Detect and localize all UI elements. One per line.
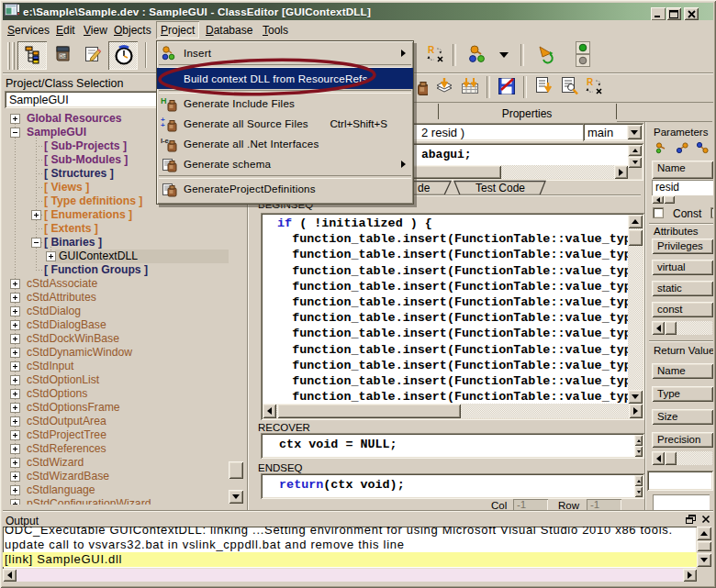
toolbar-separator[interactable] bbox=[521, 76, 529, 98]
tree-item[interactable]: GUIContextDLL bbox=[5, 250, 229, 263]
tree-expand-box[interactable] bbox=[10, 334, 20, 344]
return-value-button[interactable]: Name bbox=[652, 363, 713, 379]
output-vertical-scrollbar[interactable] bbox=[697, 527, 711, 569]
return-value-hscrollbar[interactable] bbox=[652, 451, 712, 465]
menubar-item[interactable]: Database bbox=[201, 21, 257, 39]
menu-item[interactable]: I-e Generate all .Net Interfaces bbox=[157, 134, 413, 154]
scroll-down-button[interactable] bbox=[229, 490, 243, 504]
tab-properties[interactable]: Properties bbox=[438, 107, 616, 120]
menubar-item[interactable]: Services bbox=[3, 21, 54, 39]
scroll-right-button[interactable] bbox=[629, 404, 643, 418]
tree-item[interactable]: cStdDialog bbox=[5, 305, 229, 318]
document-review-icon[interactable] bbox=[558, 76, 580, 98]
const2-checkbox[interactable] bbox=[710, 207, 716, 218]
scroll-up-button[interactable] bbox=[697, 527, 711, 540]
insert-object-icon[interactable] bbox=[467, 44, 489, 66]
tree-expand-box[interactable] bbox=[10, 430, 20, 440]
tree-expand-box[interactable] bbox=[10, 306, 20, 316]
refresh-references2-icon[interactable]: R bbox=[584, 76, 606, 98]
scroll-down-button[interactable] bbox=[628, 390, 643, 404]
close-button[interactable] bbox=[684, 7, 699, 20]
right-panel-splitter[interactable] bbox=[644, 122, 646, 510]
parameter-hscrollbar[interactable] bbox=[652, 195, 713, 204]
maximize-button[interactable] bbox=[666, 7, 681, 20]
param-add-icon[interactable] bbox=[655, 141, 669, 154]
tree-expand-box[interactable] bbox=[10, 444, 20, 454]
attribute-button[interactable]: virtual bbox=[652, 260, 713, 275]
scroll-right-button[interactable] bbox=[614, 165, 628, 179]
runtime-icon[interactable] bbox=[108, 41, 138, 70]
tree-item[interactable]: cStdOptionList bbox=[5, 373, 229, 387]
tree-expand-box[interactable] bbox=[10, 114, 20, 124]
tree-item[interactable]: cStdOptionsFrame bbox=[5, 401, 229, 415]
tree-item[interactable]: cStdDynamicWindow bbox=[5, 346, 229, 360]
tree-expand-box[interactable] bbox=[10, 458, 20, 468]
grid-import-icon[interactable] bbox=[459, 76, 481, 98]
scroll-left-button[interactable] bbox=[263, 404, 276, 418]
return-value-button[interactable]: Size bbox=[652, 409, 713, 425]
menubar-item[interactable]: Project bbox=[156, 21, 199, 39]
menu-item[interactable]: H Generate Include Files bbox=[157, 94, 413, 114]
output-horizontal-scrollbar[interactable] bbox=[3, 569, 697, 582]
tree-item[interactable]: cStdOutputArea bbox=[5, 415, 229, 428]
menubar-item[interactable]: View bbox=[79, 21, 112, 39]
tree-expand-box[interactable] bbox=[10, 293, 20, 303]
return-value-button[interactable]: Type bbox=[652, 386, 713, 402]
tree-item[interactable]: cStdReferences bbox=[5, 442, 229, 456]
tree-expand-box[interactable] bbox=[10, 416, 20, 427]
parameter-name-field[interactable]: resid bbox=[652, 180, 713, 195]
editor-icon[interactable] bbox=[78, 41, 107, 70]
menu-item[interactable]: Build context DLL from ResourceRefs bbox=[157, 68, 413, 89]
output-log[interactable]: ODC_Executable GUIContextDLL: linking ..… bbox=[3, 527, 697, 569]
menubar-item[interactable]: Tools bbox=[258, 21, 293, 39]
toolbar-separator[interactable] bbox=[519, 44, 526, 66]
attribute-button[interactable]: Privileges bbox=[652, 239, 713, 254]
tree-expand-box[interactable] bbox=[10, 499, 20, 505]
tree-item[interactable]: cStdDockWinBase bbox=[5, 332, 229, 346]
toolbar-separator[interactable] bbox=[451, 44, 458, 66]
generation-status-icon[interactable] bbox=[572, 41, 594, 69]
tree-item[interactable]: cStdlanguage bbox=[5, 483, 229, 497]
tree-item[interactable]: cStdAssociate bbox=[5, 277, 229, 291]
tree-item[interactable]: [ Binaries ] bbox=[5, 236, 229, 250]
tree-item[interactable]: pStdConfigurationWizard bbox=[5, 497, 229, 505]
menu-item[interactable]: Insert bbox=[157, 43, 413, 63]
tree-expand-box[interactable] bbox=[10, 472, 20, 482]
code-horizontal-scrollbar[interactable] bbox=[263, 404, 643, 418]
tree-item[interactable]: cStdWizard bbox=[5, 456, 229, 470]
scroll-right-button[interactable] bbox=[683, 569, 697, 582]
tree-expand-box[interactable] bbox=[31, 238, 41, 248]
scroll-left-button[interactable] bbox=[3, 569, 17, 582]
title-bar[interactable]: e:\Sample\Sample.dev : SampleGUI - Class… bbox=[3, 3, 713, 20]
tree-expand-box[interactable] bbox=[10, 485, 20, 495]
recover-field[interactable]: ctx void = NULL; bbox=[261, 433, 644, 459]
tree-expand-box[interactable] bbox=[31, 210, 41, 220]
tab-code-partial[interactable]: de bbox=[418, 182, 430, 194]
return-value-button[interactable]: Precision bbox=[652, 432, 713, 448]
toolbar-grip[interactable] bbox=[12, 42, 15, 70]
float-window-icon[interactable] bbox=[686, 514, 697, 524]
init-value-field[interactable] bbox=[647, 471, 713, 491]
scroll-thumb[interactable] bbox=[628, 229, 643, 246]
save-check-icon[interactable] bbox=[496, 76, 518, 98]
scroll-down-button[interactable] bbox=[697, 553, 711, 567]
tree-item[interactable]: cStdAttributes bbox=[5, 291, 229, 305]
run-generation-icon[interactable] bbox=[535, 44, 557, 66]
param-insert-icon[interactable] bbox=[676, 141, 689, 154]
default-value-field[interactable] bbox=[653, 494, 710, 511]
tree-expand-box[interactable] bbox=[10, 389, 20, 399]
param-link-icon[interactable] bbox=[696, 141, 710, 154]
scroll-up-button[interactable] bbox=[628, 215, 643, 228]
name-column-header[interactable]: Name bbox=[652, 161, 713, 179]
menu-item[interactable]: GenerateProjectDefinitions bbox=[157, 179, 413, 199]
scroll-down-button[interactable] bbox=[628, 157, 642, 168]
scroll-left-button[interactable] bbox=[652, 321, 665, 335]
tab-test-code[interactable]: Test Code bbox=[475, 182, 525, 194]
tree-expand-box[interactable] bbox=[10, 403, 20, 413]
scroll-thumb[interactable] bbox=[277, 404, 461, 418]
const-checkbox[interactable] bbox=[653, 207, 664, 218]
tree-item[interactable]: cStdProjectTree bbox=[5, 428, 229, 442]
tree-expand-box[interactable] bbox=[10, 375, 20, 385]
close-output-icon[interactable] bbox=[701, 514, 711, 524]
scroll-left-button[interactable] bbox=[652, 195, 664, 204]
